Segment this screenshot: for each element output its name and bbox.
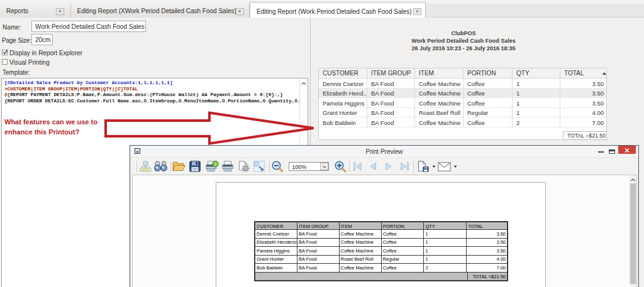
svg-text:?: ? (214, 161, 217, 167)
